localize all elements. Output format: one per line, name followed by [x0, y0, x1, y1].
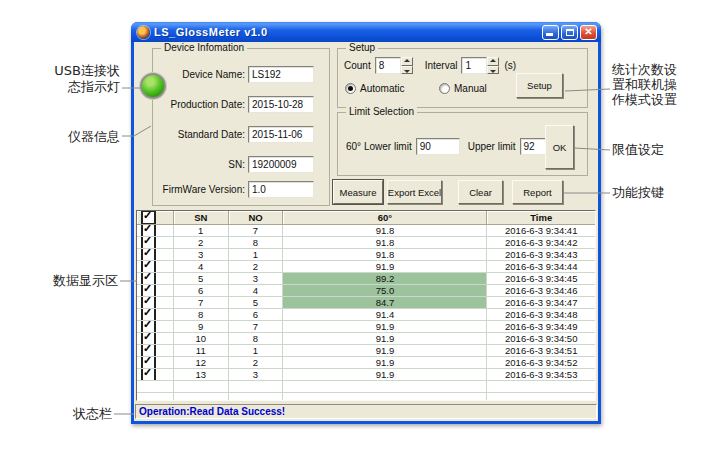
clear-button[interactable]: Clear — [458, 180, 503, 204]
table-row[interactable]: 2891.82016-6-3 9:34:42 — [137, 237, 595, 249]
status-text: Operation:Read Data Success! — [139, 406, 285, 417]
status-bar: Operation:Read Data Success! — [135, 404, 597, 419]
annotation-line: 功能按键 — [612, 185, 692, 201]
time-cell: 2016-6-3 9:34:48 — [487, 309, 595, 321]
row-checkbox[interactable] — [141, 357, 156, 369]
value-cell: 91.9 — [283, 345, 487, 357]
annotation-data-area-label: 数据显示区 — [22, 273, 118, 289]
interval-unit-label: (s) — [504, 60, 516, 71]
time-cell: 2016-6-3 9:34:51 — [487, 345, 595, 357]
table-row[interactable]: 4291.92016-6-3 9:34:44 — [137, 261, 595, 273]
annotation-line: 仪器信息 — [30, 129, 120, 145]
value-cell: 91.9 — [283, 333, 487, 345]
row-checkbox[interactable] — [141, 333, 156, 345]
annotation-line: 状态栏 — [30, 406, 112, 422]
table-row[interactable]: 10891.92016-6-3 9:34:50 — [137, 333, 595, 345]
row-checkbox[interactable] — [141, 369, 156, 381]
ok-button[interactable]: OK — [545, 125, 574, 169]
count-spinner[interactable] — [401, 57, 413, 74]
row-checkbox[interactable] — [141, 285, 156, 297]
table-row[interactable]: 5389.22016-6-3 9:34:45 — [137, 273, 595, 285]
manual-radio-label[interactable]: Manual — [454, 83, 487, 94]
client-area: Device Infomation Device Name:LS192Produ… — [134, 42, 598, 421]
interval-spinner[interactable] — [487, 57, 499, 74]
close-button[interactable]: ✕ — [580, 25, 597, 40]
empty-table-row — [137, 381, 595, 393]
empty-cell — [137, 393, 174, 401]
lower-limit-input[interactable]: 90 — [416, 138, 460, 155]
row-checkbox-cell — [137, 345, 174, 357]
table-row[interactable]: 12291.92016-6-3 9:34:52 — [137, 357, 595, 369]
row-checkbox[interactable] — [141, 297, 156, 309]
annotation-line: 限值设定 — [612, 142, 692, 158]
value-cell: 91.9 — [283, 321, 487, 333]
row-checkbox[interactable] — [141, 309, 156, 321]
row-checkbox-cell — [137, 333, 174, 345]
annotation-line: 置和联机操 — [612, 77, 716, 92]
interval-label: Interval — [425, 60, 458, 71]
time-cell: 2016-6-3 9:34:43 — [487, 249, 595, 261]
table-row[interactable]: 11191.92016-6-3 9:34:51 — [137, 345, 595, 357]
table-row[interactable]: 3191.82016-6-3 9:34:43 — [137, 249, 595, 261]
device-field-value[interactable]: 2015-11-06 — [248, 126, 314, 143]
count-input[interactable]: 8 — [375, 57, 401, 74]
spin-up-icon[interactable] — [401, 57, 413, 66]
table-row[interactable]: 6475.02016-6-3 9:34:46 — [137, 285, 595, 297]
header-time: Time — [487, 211, 595, 225]
value-cell: 89.2 — [283, 273, 487, 285]
device-field-label: Production Date: — [153, 99, 245, 110]
automatic-radio-label[interactable]: Automatic — [360, 83, 404, 94]
select-all-cell — [137, 211, 174, 225]
header-no: NO — [229, 211, 284, 225]
maximize-button[interactable] — [561, 25, 578, 40]
row-checkbox[interactable] — [141, 345, 156, 357]
row-checkbox-cell — [137, 237, 174, 249]
table-row[interactable]: 1791.82016-6-3 9:34:41 — [137, 225, 595, 237]
table-row[interactable]: 7584.72016-6-3 9:34:47 — [137, 297, 595, 309]
row-checkbox-cell — [137, 357, 174, 369]
time-cell: 2016-6-3 9:34:53 — [487, 369, 595, 381]
interval-input[interactable]: 1 — [461, 57, 487, 74]
device-field-value[interactable]: 1.0 — [248, 181, 314, 198]
empty-cell — [487, 393, 595, 401]
row-checkbox[interactable] — [141, 249, 156, 261]
report-button[interactable]: Report — [512, 180, 563, 204]
empty-cell — [229, 381, 284, 393]
row-checkbox[interactable] — [141, 273, 156, 285]
annotation-limit-label: 限值设定 — [612, 142, 692, 158]
row-checkbox[interactable] — [141, 225, 156, 237]
row-checkbox[interactable] — [141, 321, 156, 333]
manual-radio[interactable] — [439, 83, 450, 94]
spin-down-icon[interactable] — [487, 66, 499, 75]
automatic-radio[interactable] — [345, 83, 356, 94]
table-row[interactable]: 13391.92016-6-3 9:34:53 — [137, 369, 595, 381]
row-checkbox[interactable] — [141, 261, 156, 273]
setup-button[interactable]: Setup — [516, 73, 563, 98]
setup-group: Setup Count 8 Interval 1 (s) Automatic M — [337, 48, 588, 108]
row-checkbox[interactable] — [141, 237, 156, 249]
spin-down-icon[interactable] — [401, 66, 413, 75]
empty-cell — [283, 381, 487, 393]
annotation-buttons-label: 功能按键 — [612, 185, 692, 201]
device-field-value[interactable]: 2015-10-28 — [248, 96, 314, 113]
table-row[interactable]: 8691.42016-6-3 9:34:48 — [137, 309, 595, 321]
export-excel-button[interactable]: Export Excel — [387, 180, 442, 204]
sn-cell: 1 — [174, 225, 229, 237]
spin-up-icon[interactable] — [487, 57, 499, 66]
device-info-caption: Device Infomation — [161, 42, 247, 53]
limit-selection-group: Limit Selection 60° Lower limit 90 Upper… — [337, 112, 588, 176]
empty-cell — [283, 393, 487, 401]
device-field-value[interactable]: LS192 — [248, 66, 314, 83]
value-cell: 91.4 — [283, 309, 487, 321]
device-field-value[interactable]: 19200009 — [248, 156, 314, 173]
minimize-button[interactable] — [542, 25, 559, 40]
no-cell: 2 — [229, 261, 284, 273]
annotation-setup-label: 统计次数设 置和联机操 作模式设置 — [612, 62, 716, 107]
row-checkbox-cell — [137, 249, 174, 261]
select-all-checkbox[interactable] — [141, 211, 156, 225]
table-row[interactable]: 9791.92016-6-3 9:34:49 — [137, 321, 595, 333]
window-titlebar[interactable]: LS_GlossMeter v1.0 ✕ — [131, 22, 601, 42]
measure-button[interactable]: Measure — [333, 180, 383, 204]
annotation-device-info-label: 仪器信息 — [30, 129, 120, 145]
row-checkbox-cell — [137, 285, 174, 297]
